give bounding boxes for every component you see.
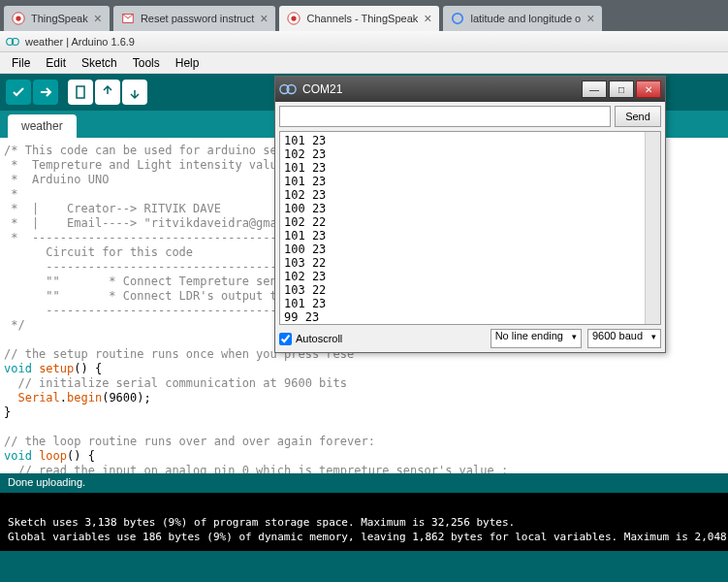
menu-tools[interactable]: Tools — [125, 56, 168, 70]
menu-edit[interactable]: Edit — [38, 56, 74, 70]
tab-label: ThingSpeak — [31, 13, 88, 24]
close-icon[interactable]: × — [424, 11, 431, 26]
open-button[interactable] — [95, 80, 120, 105]
close-icon[interactable]: × — [260, 11, 268, 26]
autoscroll-label: Autoscroll — [296, 333, 342, 344]
arduino-icon — [279, 83, 297, 95]
svg-point-5 — [453, 14, 463, 24]
browser-tab[interactable]: ThingSpeak × — [4, 6, 110, 31]
autoscroll-input[interactable] — [279, 333, 292, 345]
browser-tab[interactable]: Channels - ThingSpeak × — [279, 6, 439, 31]
browser-tab-strip: ThingSpeak × Reset password instruct × C… — [0, 0, 728, 31]
menu-file[interactable]: File — [4, 56, 38, 70]
save-button[interactable] — [122, 80, 147, 105]
serial-input[interactable] — [279, 106, 611, 127]
arduino-icon — [6, 37, 19, 47]
tab-label: latitude and longitude o — [470, 13, 581, 24]
menu-bar: File Edit Sketch Tools Help — [0, 52, 728, 74]
thingspeak-icon — [287, 12, 301, 25]
mail-icon — [121, 12, 135, 25]
upload-button[interactable] — [33, 80, 58, 105]
tab-label: Reset password instruct — [141, 13, 254, 24]
svg-rect-8 — [77, 86, 84, 98]
tab-label: Channels - ThingSpeak — [306, 13, 418, 24]
maximize-button[interactable]: □ — [609, 81, 634, 98]
serial-titlebar[interactable]: COM21 — □ ✕ — [275, 77, 665, 102]
svg-point-1 — [16, 16, 20, 20]
verify-button[interactable] — [6, 80, 31, 105]
menu-help[interactable]: Help — [168, 56, 207, 70]
close-button[interactable]: ✕ — [636, 81, 661, 98]
serial-output[interactable]: 101 23102 23101 23101 23102 23100 23102 … — [279, 131, 661, 325]
scrollbar[interactable] — [645, 132, 660, 324]
editor-tab[interactable]: weather — [8, 114, 77, 138]
new-button[interactable] — [68, 80, 93, 105]
bottom-bar — [0, 551, 728, 582]
minimize-button[interactable]: — — [582, 81, 607, 98]
serial-title-text: COM21 — [302, 82, 342, 96]
browser-tab[interactable]: Reset password instruct × — [113, 6, 276, 31]
menu-sketch[interactable]: Sketch — [74, 56, 125, 70]
close-icon[interactable]: × — [586, 11, 594, 26]
autoscroll-checkbox[interactable]: Autoscroll — [279, 333, 342, 345]
close-icon[interactable]: × — [94, 11, 102, 26]
thingspeak-icon — [12, 12, 25, 25]
baud-dropdown[interactable]: 9600 baud — [587, 329, 661, 348]
browser-tab[interactable]: latitude and longitude o × — [443, 6, 602, 31]
serial-monitor-window: COM21 — □ ✕ Send 101 23102 23101 23101 2… — [274, 76, 666, 353]
line-ending-dropdown[interactable]: No line ending — [491, 329, 582, 348]
svg-point-4 — [292, 16, 297, 20]
google-icon — [451, 12, 464, 25]
arduino-titlebar: weather | Arduino 1.6.9 — [0, 31, 728, 52]
send-button[interactable]: Send — [615, 106, 661, 127]
status-bar: Done uploading. — [0, 473, 728, 493]
window-title: weather | Arduino 1.6.9 — [25, 36, 135, 48]
console-output: Sketch uses 3,138 bytes (9%) of program … — [0, 493, 728, 551]
